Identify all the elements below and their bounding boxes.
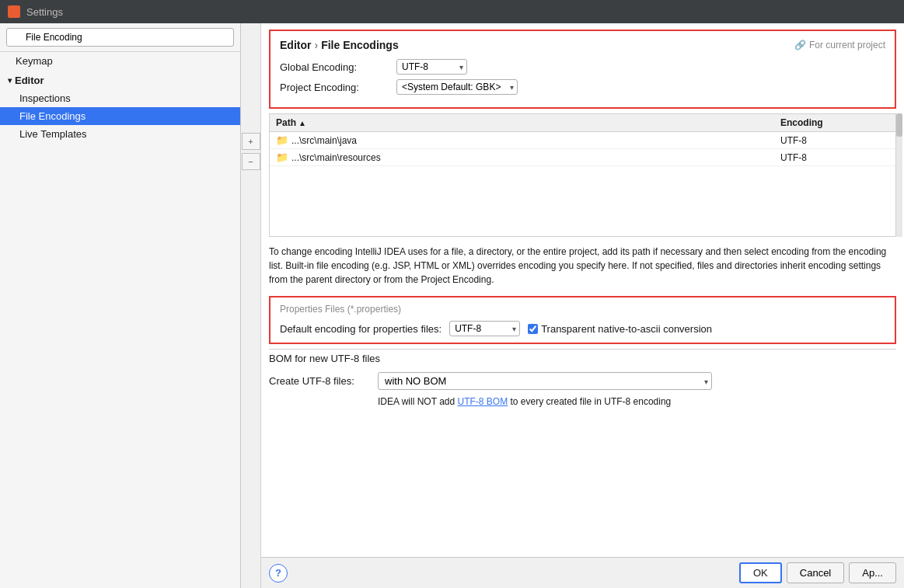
- bom-label: Create UTF-8 files:: [269, 375, 370, 387]
- link-icon: 🔗: [794, 40, 806, 50]
- table-row[interactable]: 📁 ...\src\main\java UTF-8: [270, 132, 895, 149]
- sidebar-item-file-encodings[interactable]: File Encodings: [0, 107, 240, 125]
- bottom-bar: ? OK Cancel Ap...: [261, 557, 904, 588]
- properties-encoding-select[interactable]: UTF-8 UTF-16 ISO-8859-1 GBK: [449, 321, 520, 336]
- sidebar-item-inspections[interactable]: Inspections: [0, 89, 240, 107]
- empty-rows: [270, 166, 895, 236]
- project-encoding-select-wrapper: <System Default: GBK> UTF-8 UTF-16 ISO-8…: [396, 79, 518, 95]
- breadcrumb-separator: ›: [314, 39, 318, 51]
- project-encoding-label: Project Encoding:: [280, 82, 389, 93]
- encoding-cell-2: UTF-8: [780, 152, 889, 163]
- apply-button[interactable]: Ap...: [849, 562, 896, 583]
- bom-note: IDEA will NOT add UTF-8 BOM to every cre…: [269, 395, 896, 412]
- remove-button[interactable]: −: [242, 153, 260, 170]
- sidebar-item-keymap[interactable]: Keymap: [0, 52, 240, 70]
- content-area: Editor › File Encodings 🔗 For current pr…: [261, 23, 904, 588]
- encoding-cell-1: UTF-8: [780, 135, 889, 146]
- global-encoding-row: Global Encoding: UTF-8 UTF-16 ISO-8859-1…: [280, 59, 885, 75]
- sidebar: 🔍 Keymap Editor Inspections File Encodin…: [0, 23, 241, 588]
- encoding-top-box: Editor › File Encodings 🔗 For current pr…: [269, 30, 896, 109]
- window-title: Settings: [26, 6, 63, 18]
- cancel-button[interactable]: Cancel: [787, 562, 844, 583]
- table-body: 📁 ...\src\main\java UTF-8 📁 ...\src\main…: [270, 132, 895, 236]
- properties-encoding-select-wrapper: UTF-8 UTF-16 ISO-8859-1 GBK: [449, 321, 520, 336]
- path-cell-2: 📁 ...\src\main\resources: [276, 151, 780, 163]
- description-text: To change encoding IntelliJ IDEA uses fo…: [261, 240, 904, 291]
- search-wrapper: 🔍: [6, 28, 234, 47]
- encoding-column-header: Encoding: [780, 117, 889, 128]
- breadcrumb-row: Editor › File Encodings 🔗 For current pr…: [280, 39, 885, 51]
- settings-window: Settings 🔍 Keymap Editor Inspections Fil…: [0, 0, 904, 588]
- properties-row: Default encoding for properties files: U…: [280, 321, 885, 336]
- sidebar-file-encodings-label: File Encodings: [19, 110, 86, 122]
- ok-button[interactable]: OK: [739, 562, 782, 583]
- add-button[interactable]: +: [242, 133, 260, 150]
- sidebar-item-live-templates[interactable]: Live Templates: [0, 125, 240, 143]
- sidebar-inspections-label: Inspections: [19, 92, 71, 104]
- scrollbar-thumb: [896, 113, 902, 137]
- path-table-wrapper: Path ▲ Encoding 📁: [269, 113, 896, 237]
- path-table-header: Path ▲ Encoding: [270, 114, 895, 132]
- app-icon: [8, 5, 20, 18]
- scrollbar-track[interactable]: [896, 113, 902, 237]
- bom-row: Create UTF-8 files: with NO BOM with BOM: [269, 367, 896, 395]
- properties-title: Properties Files (*.properties): [280, 304, 885, 315]
- project-encoding-row: Project Encoding: <System Default: GBK> …: [280, 79, 885, 95]
- help-button[interactable]: ?: [269, 564, 288, 583]
- title-bar: Settings: [0, 0, 904, 23]
- bom-note-link[interactable]: UTF-8 BOM: [457, 396, 508, 407]
- bom-select-wrapper: with NO BOM with BOM: [378, 372, 712, 390]
- bom-section: BOM for new UTF-8 files Create UTF-8 fil…: [269, 349, 896, 412]
- transparent-checkbox[interactable]: [528, 324, 538, 334]
- breadcrumb-parent: Editor: [280, 39, 311, 51]
- table-row[interactable]: 📁 ...\src\main\resources UTF-8: [270, 149, 895, 166]
- breadcrumb-current: File Encodings: [321, 39, 399, 51]
- project-encoding-select[interactable]: <System Default: GBK> UTF-8 UTF-16 ISO-8…: [396, 79, 518, 95]
- default-encoding-label: Default encoding for properties files:: [280, 323, 442, 335]
- path-cell-1: 📁 ...\src\main\java: [276, 134, 780, 146]
- sidebar-section-editor[interactable]: Editor: [0, 70, 240, 89]
- sidebar-item-keymap-label: Keymap: [16, 55, 53, 67]
- bom-note-suffix: to every created file in UTF-8 encoding: [508, 396, 671, 407]
- sidebar-live-templates-label: Live Templates: [19, 128, 86, 140]
- search-box: 🔍: [0, 23, 240, 52]
- search-input[interactable]: [6, 28, 234, 47]
- sidebar-editor-label: Editor: [15, 75, 44, 86]
- breadcrumb: Editor › File Encodings: [280, 39, 399, 51]
- path-table: Path ▲ Encoding 📁: [269, 113, 896, 237]
- sidebar-actions: + −: [241, 23, 261, 588]
- folder-icon-2: 📁: [276, 151, 288, 163]
- global-encoding-select-wrapper: UTF-8 UTF-16 ISO-8859-1 GBK: [396, 59, 467, 75]
- for-project-link[interactable]: 🔗 For current project: [794, 40, 885, 50]
- main-area: 🔍 Keymap Editor Inspections File Encodin…: [0, 23, 904, 588]
- for-project-text: For current project: [809, 40, 885, 50]
- bom-title: BOM for new UTF-8 files: [269, 349, 896, 367]
- transparent-label[interactable]: Transparent native-to-ascii conversion: [541, 323, 712, 335]
- global-encoding-select[interactable]: UTF-8 UTF-16 ISO-8859-1 GBK: [396, 59, 467, 75]
- content-scroll[interactable]: Editor › File Encodings 🔗 For current pr…: [261, 23, 904, 557]
- path-column-header: Path ▲: [276, 117, 780, 128]
- global-encoding-label: Global Encoding:: [280, 61, 389, 73]
- dialog-buttons: OK Cancel Ap...: [739, 562, 896, 583]
- folder-icon-1: 📁: [276, 134, 288, 146]
- bom-note-prefix: IDEA will NOT add: [378, 396, 457, 407]
- properties-box: Properties Files (*.properties) Default …: [269, 296, 896, 344]
- bom-select[interactable]: with NO BOM with BOM: [378, 372, 712, 390]
- transparent-checkbox-wrapper: Transparent native-to-ascii conversion: [528, 323, 712, 335]
